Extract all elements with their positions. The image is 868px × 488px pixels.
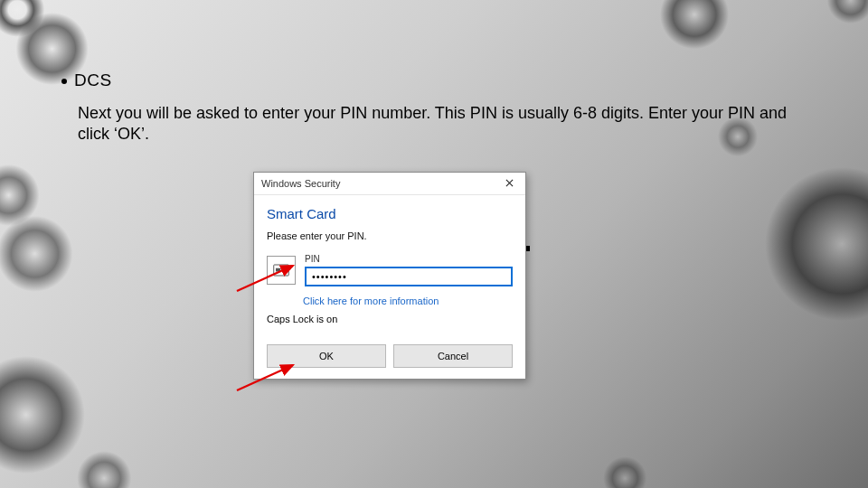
pin-label: PIN <box>305 254 513 264</box>
close-icon <box>505 178 514 189</box>
pin-input[interactable] <box>305 267 513 286</box>
title-row: DCS <box>78 70 832 90</box>
windows-security-dialog: Windows Security Smart Card Please enter… <box>253 172 526 380</box>
dialog-prompt: Please enter your PIN. <box>267 230 513 241</box>
side-mark <box>526 246 530 251</box>
slide-title: DCS <box>74 70 112 90</box>
dialog-body: Smart Card Please enter your PIN. PIN Cl… <box>254 195 525 344</box>
cancel-button[interactable]: Cancel <box>393 344 513 368</box>
pin-column: PIN <box>305 254 513 286</box>
slide-body-text: Next you will be asked to enter your PIN… <box>78 103 819 145</box>
close-button[interactable] <box>496 174 522 192</box>
dialog-titlebar: Windows Security <box>254 173 525 195</box>
more-info-link[interactable]: Click here for more information <box>303 296 513 306</box>
slide-content: DCS Next you will be asked to enter your… <box>78 70 832 145</box>
pin-row: PIN <box>267 254 513 286</box>
caps-lock-warning: Caps Lock is on <box>267 314 513 324</box>
slide-background: DCS Next you will be asked to enter your… <box>0 0 868 488</box>
dialog-heading: Smart Card <box>267 206 513 221</box>
smart-card-icon <box>267 256 296 285</box>
svg-rect-1 <box>276 268 280 272</box>
bullet-icon <box>61 79 67 84</box>
ok-button[interactable]: OK <box>267 344 386 368</box>
dialog-window-title: Windows Security <box>261 178 340 189</box>
dialog-button-row: OK Cancel <box>254 344 525 379</box>
